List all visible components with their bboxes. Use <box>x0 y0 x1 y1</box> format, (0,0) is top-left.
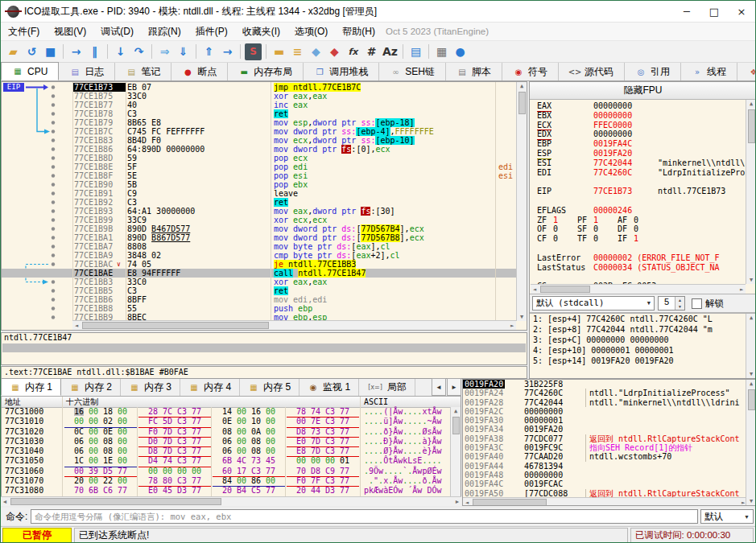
registers-hscrollbar[interactable]: ◄ ► <box>531 284 746 294</box>
menu-item[interactable]: 视图(V) <box>47 23 93 40</box>
register-name[interactable]: EFLAGS <box>537 206 566 216</box>
stack-row[interactable]: 0019FA2477C4260Cntdll."LdrpInitializePro… <box>463 389 746 397</box>
hex-group[interactable]: 00 39 D5 77 <box>64 467 137 477</box>
disasm-bytes[interactable]: 8B4D F0 <box>127 136 269 145</box>
disasm-instruction[interactable]: ret <box>274 109 493 118</box>
disasm-bytes[interactable]: E8 94FFFFFF <box>127 269 269 278</box>
disasm-bytes[interactable]: 8808 <box>127 242 269 251</box>
disasm-instruction[interactable]: mov byte ptr ds:[eax],cl <box>274 242 493 251</box>
dump-address[interactable]: 77C31050 <box>5 456 43 466</box>
disasm-address[interactable]: 77CE1B99 <box>74 216 124 224</box>
dump-row[interactable]: 77C3101000 00 02 00FC 5D C3 770E 00 10 0… <box>2 417 450 426</box>
hash-icon[interactable]: # <box>363 43 380 60</box>
stack-row[interactable]: 0019FA4077CAAD20ntdll.wcstombs+70 <box>463 452 746 461</box>
disasm-bytes[interactable]: 8BFF <box>127 295 269 304</box>
disasm-address[interactable]: 77CE1B93 <box>74 207 124 216</box>
dump-tab-memory[interactable]: ▦内存 3 <box>121 379 180 396</box>
stack-address[interactable]: 0019FA3C <box>465 443 503 452</box>
stop-icon[interactable]: ■ <box>42 43 59 60</box>
disasm-instruction[interactable]: xor eax,eax <box>274 278 493 286</box>
arguments-vscrollbar[interactable]: ▲ ▼ <box>746 314 756 378</box>
register-value[interactable]: FFEC0000 <box>593 121 632 130</box>
flag-value[interactable]: 0 <box>553 234 558 244</box>
dump-address[interactable]: 77C31060 <box>5 467 43 476</box>
tab-source[interactable]: <>源代码 <box>559 63 625 80</box>
hex-group[interactable]: 06 00 08 00 <box>213 446 285 456</box>
register-row[interactable]: OF0SF0DF0 <box>531 224 746 234</box>
stack-row[interactable]: 0019FA2031B225F8 <box>463 380 746 389</box>
disasm-row[interactable]: 77CE1B8F5Epop esiesi <box>2 171 516 180</box>
disasm-instruction[interactable]: mov ecx,dword ptr ss:[ebp-10] <box>274 136 493 145</box>
disasm-row[interactable]: ∨77CE1BAC74 05je ntdll.77CE1BB3 <box>2 260 516 269</box>
menu-item[interactable]: 插件(P) <box>188 23 235 40</box>
disasm-row[interactable]: 77CE1B798B65 E8mov esp,dword ptr ss:[ebp… <box>2 118 516 127</box>
stack-vscrollbar[interactable]: ▲ ▼ <box>746 380 756 505</box>
disasm-address[interactable]: 77CE1B77 <box>74 101 124 109</box>
hide-fpu-button[interactable]: 隐藏FPU <box>530 82 756 100</box>
hex-group[interactable]: 70 D8 C9 77 <box>287 467 359 477</box>
stack-value[interactable]: 31B225F8 <box>524 380 563 389</box>
disasm-address[interactable]: 77CE1B8F <box>74 171 124 180</box>
stepper-buttons[interactable]: ▲▼ <box>675 297 684 310</box>
register-value[interactable]: 00000000 <box>593 130 632 139</box>
maximize-button[interactable]: □ <box>700 1 728 22</box>
disasm-bytes[interactable]: C3 <box>127 286 269 295</box>
stack-address[interactable]: 0019FA4C <box>465 479 503 488</box>
register-value[interactable]: 0019FA20 <box>593 149 632 158</box>
stepper-down-icon[interactable]: ▼ <box>675 303 684 310</box>
register-name[interactable]: ESI <box>537 158 552 168</box>
stack-address[interactable]: 0019FA34 <box>465 425 503 434</box>
disasm-row[interactable]: 77CE1B905Bpop ebx <box>2 180 516 189</box>
open-file-icon[interactable]: ▰ <box>5 43 22 60</box>
dump-tab-memory[interactable]: ▦内存 1 <box>1 378 61 396</box>
functions-icon[interactable]: fx <box>345 43 361 60</box>
flag-name[interactable]: SF <box>577 224 587 234</box>
scroll-left-icon[interactable]: ◄ <box>72 322 81 330</box>
disasm-instruction[interactable]: mov eax,dword ptr fs:[30] <box>274 207 493 216</box>
disasm-row[interactable]: 77CE1B7CC745 FC FEFFFFFFmov dword ptr ss… <box>2 127 516 136</box>
disasm-instruction[interactable]: leave <box>274 189 493 198</box>
dump-row[interactable]: 77C310200C 00 0E 00F0 7D C3 7708 00 0A 0… <box>2 427 450 437</box>
scroll-left-icon[interactable]: ◄ <box>1 498 9 506</box>
tab-symbols[interactable]: ◉符号 <box>502 63 559 80</box>
disasm-row[interactable]: 77CE1B78C3ret <box>2 109 516 118</box>
register-row[interactable]: CF0TF0IF1 <box>531 234 746 244</box>
dump-address[interactable]: 77C31070 <box>5 476 43 486</box>
disasm-address[interactable]: 77CE1BA1 <box>74 233 124 242</box>
flag-name[interactable]: ZF <box>537 216 547 225</box>
hex-group[interactable]: E0 45 D3 77 <box>138 486 211 496</box>
tab-references[interactable]: ◎引用 <box>625 63 681 80</box>
disasm-instruction[interactable]: pop ebx <box>274 180 493 189</box>
scroll-down-icon[interactable]: ▼ <box>746 497 756 505</box>
disasm-bytes[interactable]: 74 05 <box>127 260 269 269</box>
hex-group[interactable]: E0 7D C3 77 <box>287 437 359 447</box>
hex-group[interactable]: 20 44 D3 77 <box>287 486 359 496</box>
hex-group[interactable]: FC 5D C3 77 <box>138 417 211 427</box>
hex-group[interactable]: 6B 4C 73 45 <box>213 456 285 466</box>
stack-row[interactable]: 0019FA3000000001 <box>463 416 746 425</box>
disasm-bytes[interactable]: C9 <box>127 189 269 198</box>
disasm-bytes[interactable]: 64:A1 30000000 <box>127 207 269 216</box>
argument-row[interactable]: 3: [esp+C] 00000000 00000000 <box>530 335 756 345</box>
dump-row[interactable]: 77C310501C 00 1E 00D4 74 C3 776B 4C 73 4… <box>2 456 450 466</box>
disasm-row[interactable]: 77CE1BA1890D B867D577mov dword ptr ds:[7… <box>2 233 516 242</box>
command-profile-dropdown[interactable]: 默认 ▼ <box>700 509 754 524</box>
menu-item[interactable]: 帮助(H) <box>335 23 382 40</box>
menu-item[interactable]: 收藏夹(I) <box>235 23 287 40</box>
dump-col-hex[interactable]: 十六进制 <box>66 397 98 407</box>
disasm-row[interactable]: 77CE1BB5C3ret <box>2 286 516 295</box>
register-name[interactable]: EBP <box>537 139 552 149</box>
dump-address[interactable]: 77C31000 <box>5 407 43 417</box>
dump-address[interactable]: 77C31020 <box>5 427 43 437</box>
disasm-row[interactable]: 77CE1B838B4D F0mov ecx,dword ptr ss:[ebp… <box>2 136 516 145</box>
step-over-icon[interactable]: ↷ <box>130 43 147 60</box>
dump-address[interactable]: 77C31030 <box>5 437 43 446</box>
hex-group[interactable]: 20 00 22 00 <box>64 476 137 486</box>
register-value[interactable]: 00000000 <box>593 101 632 111</box>
stack-row[interactable]: 0019FA3877CDC077返回到 ntdll.RtlCaptureStac… <box>463 434 746 443</box>
disasm-bytes[interactable]: 33C0 <box>127 92 269 101</box>
disasm-address[interactable]: 77CE1BAE <box>74 269 124 278</box>
register-value[interactable]: 00000002 (ERROR_FILE_NOT_F <box>593 253 720 263</box>
stack-value[interactable]: 00000001 <box>524 416 563 425</box>
flag-value[interactable]: 0 <box>634 224 638 234</box>
